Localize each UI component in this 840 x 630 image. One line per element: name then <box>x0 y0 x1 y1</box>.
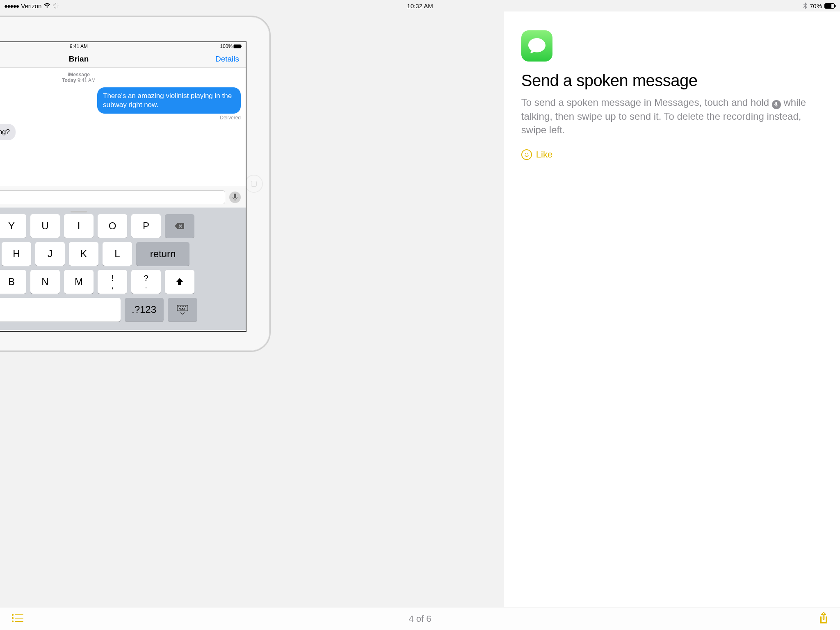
svg-rect-4 <box>53 4 55 5</box>
page-indicator: 4 of 6 <box>409 614 431 624</box>
svg-rect-19 <box>179 308 180 309</box>
svg-point-25 <box>527 153 528 154</box>
key-L[interactable]: L <box>103 242 132 266</box>
loading-spinner-icon <box>53 3 59 9</box>
shift-key[interactable] <box>165 270 194 294</box>
key-K[interactable]: K <box>69 242 98 266</box>
tip-panel: Send a spoken message To send a spoken m… <box>504 11 840 607</box>
like-button[interactable]: Like <box>521 149 819 160</box>
key-exclaim-comma[interactable]: !, <box>98 270 127 294</box>
battery-percent: 70% <box>810 2 822 9</box>
svg-rect-15 <box>180 306 181 307</box>
inner-status-bar: 9:41 AM 100% <box>0 42 246 50</box>
contact-name: Brian <box>69 55 89 64</box>
svg-rect-6 <box>57 3 58 5</box>
outgoing-bubble: There's an amazing violinist playing in … <box>97 87 241 114</box>
bluetooth-icon <box>803 2 807 9</box>
share-button[interactable] <box>819 612 829 626</box>
svg-point-28 <box>12 617 13 618</box>
key-question-period[interactable]: ?. <box>131 270 161 294</box>
svg-rect-18 <box>185 306 186 307</box>
home-button-icon <box>245 175 263 193</box>
inner-battery-icon <box>233 44 242 48</box>
key-P[interactable]: P <box>131 214 161 238</box>
backspace-key[interactable] <box>165 214 194 238</box>
incoming-bubble: Really? What's she playing? <box>0 124 16 140</box>
svg-rect-14 <box>178 306 179 307</box>
svg-rect-12 <box>242 46 242 47</box>
key-I[interactable]: I <box>64 214 94 238</box>
svg-rect-9 <box>825 4 831 8</box>
svg-rect-11 <box>234 45 241 48</box>
svg-rect-17 <box>183 306 184 307</box>
messages-app-icon <box>521 30 552 62</box>
svg-rect-21 <box>182 308 183 309</box>
inline-mic-icon <box>772 100 781 109</box>
svg-point-26 <box>12 614 13 615</box>
key-U[interactable]: U <box>30 214 60 238</box>
key-Y[interactable]: Y <box>0 214 26 238</box>
inner-time: 9:41 AM <box>70 43 88 49</box>
wifi-icon <box>44 3 50 8</box>
svg-rect-22 <box>184 308 185 309</box>
outer-status-bar: ●●●●● Verizon 10:32 AM 70% <box>0 0 840 11</box>
status-time: 10:32 AM <box>407 2 433 9</box>
svg-point-30 <box>12 621 13 621</box>
footer-toolbar: 4 of 6 <box>0 607 840 630</box>
key-J[interactable]: J <box>35 242 65 266</box>
svg-rect-1 <box>56 7 56 9</box>
svg-rect-20 <box>180 308 181 309</box>
illustration-pane: 9:41 AM 100% Brian Details iMessage Toda… <box>0 11 504 607</box>
svg-rect-10 <box>835 5 836 7</box>
thread-timestamp: iMessage Today 9:41 AM <box>0 72 241 83</box>
key-H[interactable]: H <box>2 242 31 266</box>
delivered-label: Delivered <box>0 115 241 121</box>
details-button[interactable]: Details <box>215 55 239 64</box>
mic-button[interactable] <box>229 192 241 203</box>
like-label: Like <box>536 149 552 160</box>
key-B[interactable]: B <box>0 270 26 294</box>
svg-rect-7 <box>54 7 55 8</box>
toc-button[interactable] <box>11 614 24 624</box>
tip-title: Send a spoken message <box>521 71 819 90</box>
compose-bar: |iMessage <box>0 187 246 208</box>
compose-input[interactable]: |iMessage <box>0 190 225 204</box>
tip-body: To send a spoken message in Messages, to… <box>521 96 819 137</box>
signal-dots-icon: ●●●●● <box>4 2 18 9</box>
keyboard: TYUIOP GHJKLreturn VBNM!,?. .?123 <box>0 208 246 330</box>
svg-rect-5 <box>57 7 58 8</box>
return-key[interactable]: return <box>136 242 189 266</box>
keyboard-handle-icon[interactable] <box>71 211 87 212</box>
svg-rect-23 <box>180 310 185 310</box>
hide-keyboard-key[interactable] <box>168 298 197 322</box>
space-key[interactable] <box>0 298 121 322</box>
ipad-device-frame: 9:41 AM 100% Brian Details iMessage Toda… <box>0 16 271 352</box>
carrier-label: Verizon <box>21 2 41 9</box>
messages-header: Brian Details <box>0 50 246 68</box>
inner-battery-percent: 100% <box>220 43 233 49</box>
svg-rect-0 <box>56 3 56 5</box>
key-N[interactable]: N <box>30 270 60 294</box>
svg-point-24 <box>525 153 526 154</box>
svg-rect-2 <box>53 5 55 6</box>
battery-icon <box>824 3 836 9</box>
smiley-icon <box>521 149 532 160</box>
key-M[interactable]: M <box>64 270 94 294</box>
numbers-toggle-key[interactable]: .?123 <box>125 298 164 322</box>
key-O[interactable]: O <box>98 214 127 238</box>
svg-rect-3 <box>57 5 59 6</box>
svg-rect-16 <box>182 306 183 307</box>
